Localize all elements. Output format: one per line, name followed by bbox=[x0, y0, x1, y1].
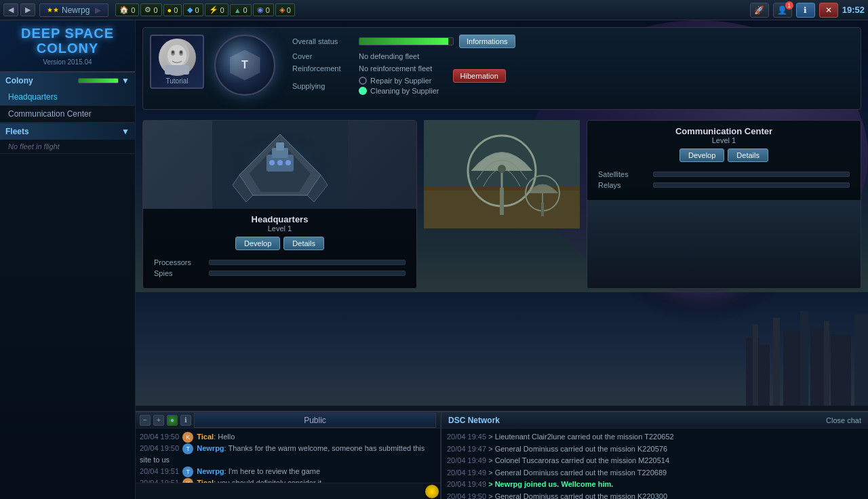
resource-ore: ●0 bbox=[163, 4, 182, 16]
sidebar-item-comm-center[interactable]: Communication Center bbox=[0, 106, 135, 123]
fleets-section: Fleets ▼ No fleet in flight bbox=[0, 123, 135, 154]
processors-bar bbox=[209, 260, 406, 265]
fleet-icon-button[interactable]: 🚀 bbox=[750, 3, 769, 18]
hq-ship-svg bbox=[212, 121, 348, 209]
resource-misc: ◈0 bbox=[275, 3, 295, 16]
star-icon: ★★ bbox=[47, 6, 59, 14]
network-messages: 20/04 19:45 > Lieutenant Clair2lune carr… bbox=[441, 428, 868, 499]
close-chat-button[interactable]: Close chat bbox=[826, 416, 861, 424]
colony-progress-bar bbox=[78, 78, 119, 83]
overall-status-label: Overall status bbox=[292, 37, 353, 45]
notification-button[interactable]: 👤 1 bbox=[773, 3, 792, 18]
no-fleet-text: No fleet in flight bbox=[0, 140, 135, 153]
network-title: DSC Network bbox=[448, 416, 500, 425]
chat-input[interactable] bbox=[136, 483, 424, 499]
user-icon-k2: K bbox=[182, 478, 193, 483]
chat-input-row bbox=[136, 483, 440, 499]
colony-section: Colony ▼ Headquarters Communication Cent… bbox=[0, 73, 135, 123]
svg-rect-42 bbox=[136, 406, 868, 412]
chat-tool-plus[interactable]: + bbox=[153, 415, 164, 426]
repair-radio[interactable] bbox=[359, 77, 367, 85]
svg-point-16 bbox=[285, 160, 291, 165]
fleets-header[interactable]: Fleets ▼ bbox=[0, 123, 135, 140]
chat-send-button[interactable] bbox=[425, 485, 439, 498]
svg-rect-13 bbox=[276, 142, 284, 151]
avatar-face bbox=[159, 39, 196, 76]
svg-rect-34 bbox=[760, 345, 770, 412]
chat-messages: 20/04 19:50 K Tical: Hello 20/04 19:50 T… bbox=[136, 428, 440, 483]
cleaning-radio[interactable] bbox=[359, 87, 367, 95]
nav-back-button[interactable]: ◀ bbox=[3, 3, 18, 16]
svg-point-14 bbox=[269, 160, 275, 165]
chat-area: − + ● ℹ Public 20/04 19:50 K Tical: Hell… bbox=[136, 411, 868, 499]
chat-tool-minus[interactable]: − bbox=[140, 415, 151, 426]
hibernation-button[interactable]: Hibernation bbox=[453, 69, 506, 83]
avatar-name: Tutorial bbox=[166, 77, 189, 85]
net-msg-3: 20/04 19:49 > Colonel Tuscaroras carried… bbox=[447, 455, 863, 467]
colony-arrow-icon: ▼ bbox=[121, 76, 130, 85]
top-bar: ◀ ▶ ★★ Newrpg ▶ 🏠0 ⚙0 ●0 ◆0 ⚡0 ▲0 ◉0 ◈0 … bbox=[0, 0, 868, 20]
nav-forward-button[interactable]: ▶ bbox=[20, 3, 35, 16]
headquarters-info: Headquarters Level 1 Develop Details Pro… bbox=[143, 209, 416, 288]
headquarters-stats: Processors Spies bbox=[149, 256, 411, 283]
colony-planet: T bbox=[214, 35, 282, 102]
supplying-label: Supplying bbox=[292, 82, 353, 90]
resource-group: 🏠0 ⚙0 ●0 ◆0 ⚡0 ▲0 ◉0 ◈0 bbox=[115, 3, 295, 16]
satellites-bar bbox=[653, 172, 850, 177]
comm-center-buttons: Develop Details bbox=[593, 148, 855, 162]
comm-center-card: Communication Center Level 1 Develop Det… bbox=[587, 120, 861, 289]
comm-center-stats: Satellites Relays bbox=[593, 167, 855, 195]
svg-rect-36 bbox=[783, 332, 800, 412]
user-icon-t: T bbox=[182, 443, 193, 454]
overall-status-row: Overall status Informations bbox=[292, 35, 854, 48]
comm-center-image bbox=[424, 120, 580, 228]
svg-rect-38 bbox=[810, 328, 824, 412]
spies-label: Spies bbox=[154, 269, 205, 277]
headquarters-card: Headquarters Level 1 Develop Details Pro… bbox=[142, 120, 417, 289]
network-panel: DSC Network Close chat 20/04 19:45 > Lie… bbox=[441, 412, 868, 499]
close-icon-button[interactable]: ✕ bbox=[819, 3, 838, 18]
headquarters-develop-button[interactable]: Develop bbox=[235, 237, 280, 250]
svg-rect-37 bbox=[800, 311, 808, 412]
comm-develop-button[interactable]: Develop bbox=[679, 148, 724, 162]
comm-center-info: Communication Center Level 1 Develop Det… bbox=[587, 121, 861, 200]
chat-tool-circle[interactable]: ● bbox=[167, 415, 178, 426]
fleets-label: Fleets bbox=[5, 127, 29, 136]
comm-image-card bbox=[424, 120, 580, 289]
chat-message-2: 20/04 19:50 T Newrpg: Thanks for the war… bbox=[140, 443, 436, 466]
space-scene bbox=[136, 292, 868, 411]
public-chat-panel: − + ● ℹ Public 20/04 19:50 K Tical: Hell… bbox=[136, 412, 441, 499]
svg-point-25 bbox=[498, 165, 506, 173]
repair-label: Repair by Supplier bbox=[370, 77, 432, 85]
public-chat-tab[interactable]: Public bbox=[194, 413, 436, 428]
resource-gas: ◆0 bbox=[183, 3, 203, 16]
comm-center-level: Level 1 bbox=[593, 136, 855, 144]
chat-tool-info[interactable]: ℹ bbox=[180, 415, 191, 426]
app-title: DEEP SPACECOLONY bbox=[5, 26, 130, 56]
svg-point-4 bbox=[172, 51, 174, 54]
nav-buttons: ◀ ▶ bbox=[3, 3, 35, 16]
buildings-section: Headquarters Level 1 Develop Details Pro… bbox=[142, 120, 861, 289]
svg-point-31 bbox=[513, 292, 784, 411]
satellites-label: Satellites bbox=[598, 170, 649, 178]
cleaning-label: Cleaning by Supplier bbox=[370, 87, 439, 95]
svg-rect-35 bbox=[773, 318, 780, 412]
sidebar-item-headquarters[interactable]: Headquarters bbox=[0, 89, 135, 106]
content-area: Tutorial T Overall status Informations bbox=[136, 20, 868, 499]
overall-status-bar bbox=[359, 37, 454, 45]
fleets-arrow-icon: ▼ bbox=[121, 127, 130, 136]
cover-value: No defending fleet bbox=[359, 52, 419, 60]
relays-row: Relays bbox=[598, 181, 850, 189]
comm-details-button[interactable]: Details bbox=[728, 148, 768, 162]
player-name-bar[interactable]: ★★ Newrpg ▶ bbox=[39, 3, 108, 17]
informations-button[interactable]: Informations bbox=[459, 35, 515, 48]
colony-progress-fill bbox=[79, 79, 118, 83]
headquarters-details-button[interactable]: Details bbox=[283, 237, 324, 250]
app-version: Version 2015.04 bbox=[5, 58, 130, 66]
svg-rect-6 bbox=[165, 65, 189, 75]
info-icon-button[interactable]: ℹ bbox=[796, 3, 815, 18]
city-silhouette bbox=[136, 292, 868, 411]
supplying-options: Repair by Supplier Cleaning by Supplier bbox=[359, 77, 439, 95]
relays-label: Relays bbox=[598, 181, 649, 189]
colony-header[interactable]: Colony ▼ bbox=[0, 73, 135, 89]
